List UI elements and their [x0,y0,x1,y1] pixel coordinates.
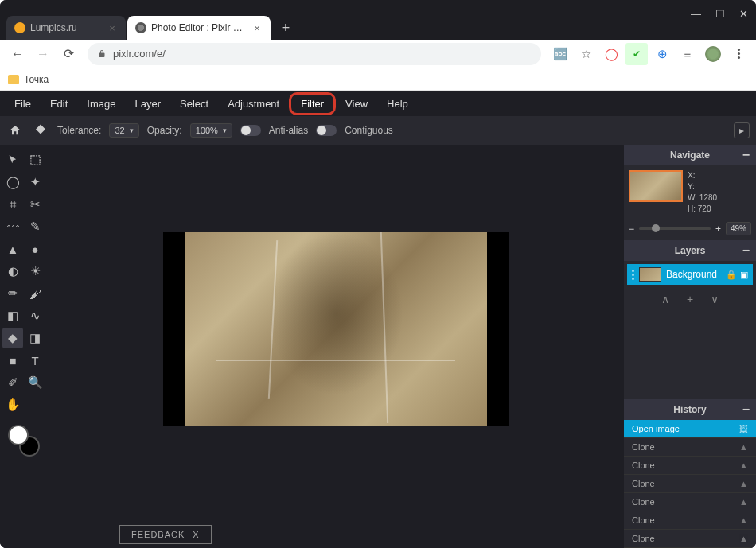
history-item[interactable]: Clone▲ [624,457,756,475]
cut-tool-icon[interactable]: ✂ [25,194,45,215]
browser-tab-pixlr[interactable]: Photo Editor : Pixlr E - free image... × [127,16,271,40]
gradient-tool-icon[interactable]: ◨ [25,328,45,348]
history-item-label: Clone [632,461,655,470]
window-close-icon[interactable]: ✕ [739,8,748,20]
star-icon[interactable]: ☆ [575,43,597,65]
canvas-area[interactable]: FEEDBACK X [48,145,624,548]
nav-back-button[interactable]: ← [6,43,29,65]
layer-item-background[interactable]: Background 🔒 ▣ [627,264,753,285]
expand-panel-icon[interactable]: ▸ [734,122,750,138]
history-panel-header[interactable]: History − [624,399,756,420]
close-icon[interactable]: X [193,530,199,539]
translate-icon[interactable]: 🔤 [549,43,571,65]
navigate-panel-header[interactable]: Navigate − [624,145,756,165]
draw-tool-icon[interactable]: ✏ [2,283,23,304]
feedback-button[interactable]: FEEDBACK X [119,525,212,544]
history-item[interactable]: Clone▲ [624,493,756,511]
browser-toolbar: ← → ⟳ pixlr.com/e/ 🔤 ☆ ◯ ✔ ⊕ ≡ [0,40,756,68]
layer-down-icon[interactable]: ∨ [711,293,719,305]
eraser-tool-icon[interactable]: ◧ [2,305,23,326]
fill-tool-icon[interactable] [32,122,49,139]
menu-help[interactable]: Help [377,94,418,114]
menu-select[interactable]: Select [170,94,218,114]
image-frame [163,232,509,426]
address-bar[interactable]: pixlr.com/e/ [88,43,541,65]
color-swatches[interactable] [8,425,40,457]
history-item[interactable]: Open image🖼 [624,420,756,438]
wand-tool-icon[interactable]: ✦ [25,172,45,192]
bookmark-item[interactable]: Точка [24,74,49,85]
eyedropper-tool-icon[interactable]: ✐ [2,372,23,393]
menu-layer[interactable]: Layer [126,94,171,114]
smudge-tool-icon[interactable]: ∿ [25,305,45,326]
crop-tool-icon[interactable]: ⌗ [2,194,23,215]
layers-panel-header[interactable]: Layers − [624,240,756,261]
shape-tool-icon[interactable]: ■ [2,350,23,371]
dodge-tool-icon[interactable]: ☀ [25,261,45,282]
nav-reload-button[interactable]: ⟳ [57,43,80,65]
sponge-tool-icon[interactable]: ◐ [2,261,23,282]
menu-view[interactable]: View [336,94,377,114]
browser-menu-button[interactable] [727,43,750,65]
brush-tool-icon[interactable]: 🖌 [25,283,45,304]
menu-file[interactable]: File [5,94,41,114]
pen-tool-icon[interactable]: ✎ [25,216,45,237]
layer-up-icon[interactable]: ∧ [661,293,669,305]
zoom-tool-icon[interactable]: 🔍 [25,372,45,393]
visibility-icon[interactable]: ▣ [740,270,748,280]
blur-tool-icon[interactable]: ● [25,239,45,259]
tab-title: Photo Editor : Pixlr E - free image... [151,22,247,33]
window-controls[interactable]: ― ☐ ✕ [691,8,748,20]
history-item[interactable]: Clone▲ [624,530,756,548]
layer-name: Background [666,269,717,280]
zoom-out-icon[interactable]: − [629,223,634,235]
marquee-tool-icon[interactable] [25,150,45,170]
layer-actions: ∧ + ∨ [624,288,756,310]
extension-check-icon[interactable]: ✔ [625,43,648,65]
tab-close-icon[interactable]: × [107,22,118,33]
browser-tab-strip: Lumpics.ru × Photo Editor : Pixlr E - fr… [0,11,756,40]
browser-tab-lumpics[interactable]: Lumpics.ru × [6,16,126,40]
extension-opera-icon[interactable]: ◯ [600,43,622,65]
window-maximize-icon[interactable]: ☐ [715,8,725,20]
lock-icon[interactable]: 🔒 [726,270,737,280]
layer-add-icon[interactable]: + [687,293,693,305]
lock-icon [97,49,107,59]
history-item[interactable]: Clone▲ [624,475,756,493]
canvas-image[interactable] [185,232,487,426]
history-item[interactable]: Clone▲ [624,511,756,530]
move-tool-icon[interactable] [2,150,23,170]
new-tab-button[interactable]: + [275,17,296,38]
home-icon[interactable] [6,122,24,139]
foreground-color-swatch[interactable] [8,425,29,445]
menu-adjustment[interactable]: Adjustment [218,94,289,114]
navigator-thumbnail[interactable] [629,170,683,202]
drag-handle-icon[interactable] [632,270,634,280]
tolerance-select[interactable]: 32 [109,123,138,138]
window-minimize-icon[interactable]: ― [691,8,701,20]
menu-image[interactable]: Image [77,94,125,114]
menu-edit[interactable]: Edit [41,94,77,114]
anti-alias-toggle[interactable] [240,125,261,136]
history-item[interactable]: Clone▲ [624,438,756,457]
extension-globe-icon[interactable]: ⊕ [651,43,673,65]
opacity-select[interactable]: 100% [190,123,232,138]
text-tool-icon[interactable]: T [25,350,45,371]
zoom-percent: 49% [726,222,751,235]
stamp-icon: ▲ [739,479,748,488]
liquify-tool-icon[interactable]: 〰 [2,216,23,237]
menu-filter[interactable]: Filter [289,92,336,115]
zoom-track[interactable] [639,227,711,230]
stamp-tool-icon[interactable]: ▲ [2,239,23,259]
favicon-icon [135,22,146,33]
lasso-tool-icon[interactable]: ◯ [2,172,23,192]
profile-avatar-icon[interactable] [702,43,724,65]
zoom-slider[interactable]: − + 49% [624,220,756,240]
zoom-in-icon[interactable]: + [715,223,721,235]
fill-tool-icon[interactable]: ◆ [2,328,23,348]
tab-close-icon[interactable]: × [251,22,263,33]
nav-forward-button[interactable]: → [32,43,54,65]
hand-tool-icon[interactable]: ✋ [2,394,23,415]
reading-list-icon[interactable]: ≡ [676,43,699,65]
contiguous-toggle[interactable] [316,125,337,136]
